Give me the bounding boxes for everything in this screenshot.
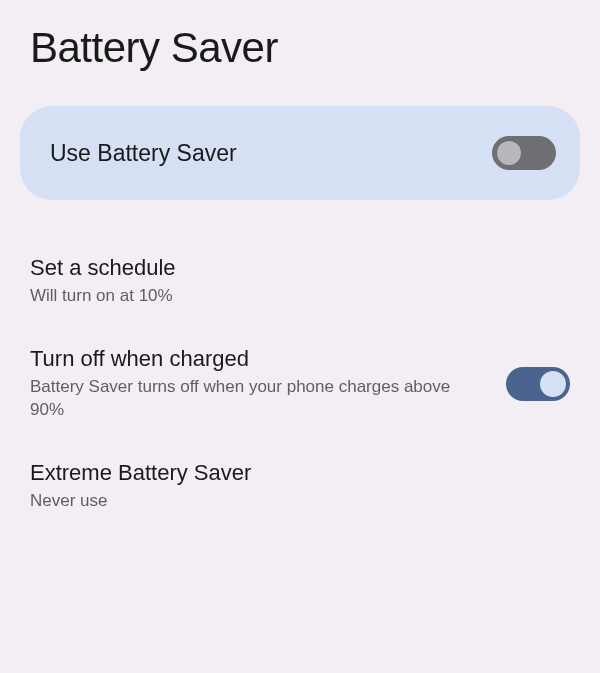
page-title: Battery Saver — [0, 0, 600, 106]
turn-off-charged-toggle[interactable] — [506, 367, 570, 401]
set-schedule-subtitle: Will turn on at 10% — [30, 285, 550, 308]
turn-off-charged-title: Turn off when charged — [30, 346, 486, 372]
use-battery-saver-toggle[interactable] — [492, 136, 556, 170]
use-battery-saver-card[interactable]: Use Battery Saver — [20, 106, 580, 200]
setting-text: Extreme Battery Saver Never use — [30, 460, 570, 513]
extreme-battery-saver-title: Extreme Battery Saver — [30, 460, 550, 486]
use-battery-saver-label: Use Battery Saver — [50, 140, 237, 167]
setting-text: Turn off when charged Battery Saver turn… — [30, 346, 506, 422]
setting-text: Set a schedule Will turn on at 10% — [30, 255, 570, 308]
extreme-battery-saver-row[interactable]: Extreme Battery Saver Never use — [30, 441, 570, 532]
settings-list: Set a schedule Will turn on at 10% Turn … — [0, 200, 600, 532]
toggle-thumb — [540, 371, 566, 397]
extreme-battery-saver-subtitle: Never use — [30, 490, 550, 513]
set-schedule-title: Set a schedule — [30, 255, 550, 281]
turn-off-charged-row[interactable]: Turn off when charged Battery Saver turn… — [30, 327, 570, 441]
set-schedule-row[interactable]: Set a schedule Will turn on at 10% — [30, 236, 570, 327]
turn-off-charged-subtitle: Battery Saver turns off when your phone … — [30, 376, 486, 422]
toggle-thumb — [497, 141, 521, 165]
